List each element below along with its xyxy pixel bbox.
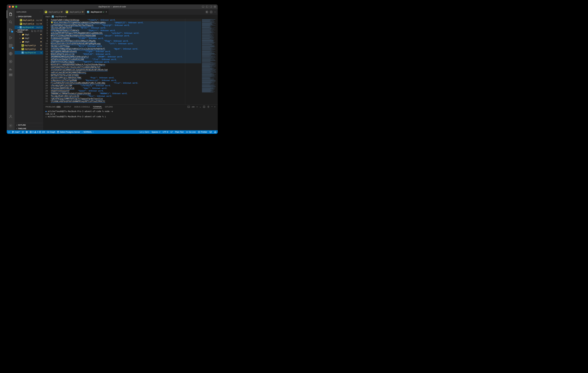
close-panel-icon[interactable]: × (214, 106, 215, 108)
new-folder-icon[interactable] (34, 30, 36, 32)
terminal-tab[interactable]: TERMINAL (93, 106, 102, 109)
split-editor-icon[interactable] (210, 11, 212, 13)
prettier-button[interactable]: Prettier (198, 131, 207, 133)
postgres-button[interactable]: Select Postgres Server (57, 131, 80, 133)
toggle-panel-icon[interactable] (202, 6, 204, 8)
open-editor-item[interactable]: ×day3Input.txtday3U (15, 26, 43, 29)
gitlens-tab[interactable]: GITLENS (105, 106, 113, 108)
scm-badge: 8 (11, 31, 13, 33)
breadcrumb[interactable]: day3 › day3Input.txt (43, 15, 218, 18)
live-share-icon[interactable] (7, 58, 15, 65)
toggle-secondary-icon[interactable] (210, 6, 212, 8)
minimize-window[interactable] (12, 6, 14, 8)
open-editor-item[interactable]: day3-part2.jsday3M (15, 22, 43, 26)
maximize-panel-icon[interactable]: ^ (211, 106, 212, 108)
svg-rect-6 (214, 6, 215, 7)
svg-rect-7 (215, 6, 216, 7)
git-graph-button[interactable]: Git Graph (47, 131, 55, 133)
new-terminal-icon[interactable]: + (197, 106, 198, 108)
svg-point-52 (40, 132, 40, 132)
terminal-shell-label[interactable]: zsh (192, 106, 195, 108)
problems-status[interactable]: 0 0 100 (30, 131, 45, 133)
svg-rect-0 (202, 6, 204, 8)
editor-tab[interactable]: day3-part1.js M (43, 9, 64, 15)
svg-rect-8 (214, 7, 215, 8)
terminal-body[interactable]: ● mitchellmudd@ITs-MacBook-Pro-3 advent-… (43, 109, 218, 130)
settings-gear-icon[interactable] (7, 122, 15, 130)
svg-point-27 (10, 115, 11, 116)
svg-rect-9 (215, 7, 216, 8)
layout-icons (202, 6, 216, 8)
svg-rect-25 (11, 69, 11, 70)
indentation[interactable]: Spaces: 2 (152, 131, 160, 133)
search-icon[interactable] (7, 18, 15, 26)
workspace-header[interactable]: ⌄ADVENT-OF-CODE (15, 29, 43, 33)
folder-item[interactable]: ›📁day2 (15, 36, 43, 40)
maximize-window[interactable] (15, 6, 17, 8)
svg-point-41 (12, 132, 13, 133)
feedback-icon[interactable] (210, 131, 212, 133)
outline-header[interactable]: ›OUTLINE (15, 123, 43, 127)
timeline-header[interactable]: ›TIMELINE (15, 127, 43, 130)
folder-item[interactable]: ⌄📁day3 (15, 40, 43, 44)
explorer-icon[interactable] (7, 10, 15, 18)
editor-tab[interactable]: day3-part2.js M (64, 9, 85, 15)
window-title: day3Input.txt — advent-of-code (7, 6, 218, 8)
new-file-icon[interactable] (31, 30, 33, 32)
notifications-icon[interactable] (214, 131, 216, 133)
debug-console-tab[interactable]: DEBUG CONSOLE (74, 106, 90, 108)
language-mode[interactable]: Plain Text (175, 131, 184, 133)
svg-point-12 (9, 29, 10, 30)
sync-button[interactable] (22, 131, 24, 133)
svg-point-14 (11, 30, 12, 31)
split-terminal-icon[interactable] (203, 106, 205, 108)
remote-icon[interactable] (7, 50, 15, 58)
svg-marker-22 (10, 61, 11, 62)
svg-point-49 (35, 132, 35, 133)
editor-tab[interactable]: day3Input.txt U× (85, 9, 109, 15)
refresh-icon[interactable] (37, 30, 39, 32)
encoding[interactable]: UTF-8 (163, 131, 168, 133)
svg-rect-19 (11, 46, 12, 47)
collapse-icon[interactable] (40, 30, 42, 32)
titlebar: day3Input.txt — advent-of-code (7, 4, 218, 9)
tab-more-icon[interactable]: ⋯ (214, 11, 216, 13)
close-icon[interactable]: × (18, 26, 19, 29)
editor-body[interactable]: 1234567891011121314151617181920212223242… (43, 18, 218, 104)
output-tab[interactable]: OUTPUT (64, 106, 71, 108)
open-editors-header[interactable]: ⌄OPEN EDITORS (15, 15, 43, 18)
source-control-icon[interactable]: 8 (7, 26, 15, 34)
file-item[interactable]: day3-part1.jsM (15, 44, 43, 47)
close-tab-icon[interactable]: × (106, 11, 107, 13)
svg-marker-44 (27, 132, 27, 132)
open-editor-item[interactable]: day3-part1.jsday3M (15, 18, 43, 22)
remote-indicator[interactable] (8, 131, 10, 133)
terminal-dropdown-icon[interactable]: ⌄ (200, 106, 201, 108)
editor-column: day3-part1.js Mday3-part2.js Mday3Input.… (43, 9, 218, 130)
eol[interactable]: LF (170, 131, 173, 133)
go-live-button[interactable]: Go Live (186, 131, 196, 133)
file-item[interactable]: day3-part2.jsM (15, 47, 43, 51)
file-item[interactable]: day3Input.txtU (15, 51, 43, 54)
docker-icon[interactable] (7, 65, 15, 73)
close-window[interactable] (9, 6, 11, 8)
folder-item[interactable]: ›📁day1 (15, 33, 43, 36)
kill-terminal-icon[interactable] (207, 106, 210, 108)
svg-marker-34 (207, 11, 207, 12)
env-icon[interactable]: .ENV (9, 73, 12, 76)
svg-point-42 (13, 132, 14, 132)
extensions-icon[interactable]: 1 (7, 42, 15, 50)
accounts-icon[interactable] (7, 113, 15, 120)
problems-tab[interactable]: PROBLEMS 100 (45, 106, 61, 108)
more-actions-icon[interactable]: ⋯ (39, 11, 41, 13)
customize-layout-icon[interactable] (214, 6, 216, 8)
terminal-launch-icon[interactable] (188, 106, 190, 108)
git-branch[interactable]: main* (12, 131, 20, 133)
minimap[interactable] (201, 18, 218, 104)
panel-tabs: PROBLEMS 100 OUTPUT DEBUG CONSOLE TERMIN… (43, 104, 218, 109)
run-debug-icon[interactable] (7, 34, 15, 42)
toggle-sidebar-icon[interactable] (206, 6, 208, 8)
cursor-position[interactable]: Ln 1, Col 1 (140, 131, 149, 133)
live-share-status[interactable] (26, 131, 28, 133)
run-icon[interactable] (206, 11, 208, 13)
